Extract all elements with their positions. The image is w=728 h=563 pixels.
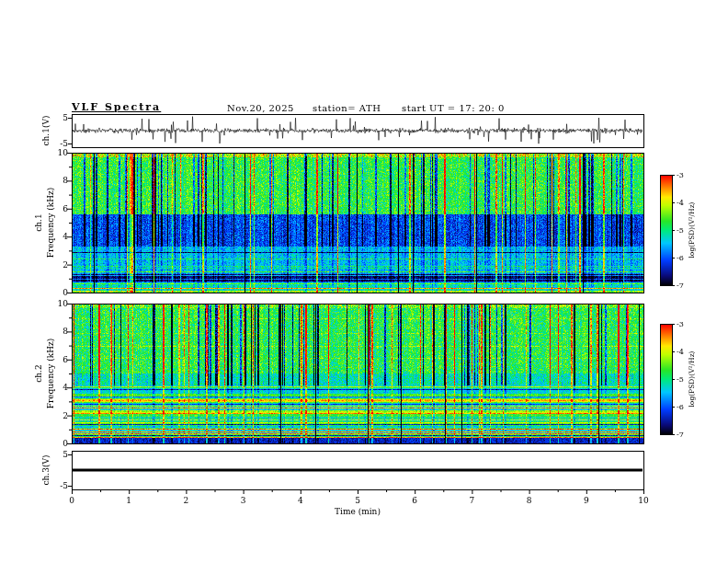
colorbar-tick-label: -4 [677, 199, 695, 207]
x-tick-label: 9 [577, 496, 596, 505]
ch1-waveform-canvas [73, 115, 643, 146]
spec1-y-tick-label: 8 [42, 176, 68, 185]
colorbar-tick-label: -3 [677, 171, 695, 179]
spec2-y-tick-label: 0 [42, 439, 68, 448]
spec2-y-tick-label: 10 [42, 299, 68, 308]
colorbar-tick-label: -7 [677, 282, 695, 290]
vlf-spectra-figure: VLF Spectra Nov.20, 2025 station= ATH st… [0, 0, 728, 563]
ch3-wave-ylabel: ch.3(V) [40, 415, 51, 525]
wave3-y-tick-label: -5 [42, 481, 68, 490]
ch3-waveform-canvas [73, 452, 643, 488]
x-tick-label: 7 [462, 496, 481, 505]
spec1-y-tick-label: 10 [42, 148, 68, 157]
x-tick-label: 5 [348, 496, 367, 505]
x-tick-label: 1 [119, 496, 138, 505]
station-label: station= ATH [313, 103, 381, 113]
spec1-y-tick-label: 4 [42, 232, 68, 241]
x-tick-label: 8 [520, 496, 539, 505]
spec2-y-tick-label: 6 [42, 355, 68, 364]
colorbar-ch1 [660, 175, 672, 285]
spec2-y-tick-label: 4 [42, 383, 68, 392]
spec2-y-tick-label: 8 [42, 327, 68, 336]
wave1-y-tick-label: 5 [42, 113, 68, 122]
colorbar-tick-label: -5 [677, 226, 695, 235]
x-axis-title: Time (min) [302, 507, 413, 516]
x-tick-label: 6 [405, 496, 424, 505]
date-label: Nov.20, 2025 [227, 103, 294, 113]
colorbar-tick-label: -4 [677, 348, 695, 356]
colorbar-tick-label: -5 [677, 375, 695, 384]
x-tick-label: 10 [634, 496, 653, 505]
colorbar-tick-label: -7 [677, 431, 695, 439]
ch1-spectrogram-canvas [72, 153, 643, 293]
spec1-y-tick-label: 2 [42, 260, 68, 270]
spec1-y-tick-label: 6 [42, 204, 68, 213]
spec2-y-tick-label: 2 [42, 411, 68, 420]
start-ut-label: start UT = 17: 20: 0 [402, 103, 505, 113]
spec1-y-tick-label: 0 [42, 288, 68, 297]
wave1-y-tick-label: -5 [42, 139, 68, 148]
x-tick-label: 0 [63, 496, 81, 505]
plot-title: VLF Spectra [72, 101, 161, 113]
colorbar-ch2 [660, 324, 672, 434]
x-tick-label: 3 [234, 496, 253, 505]
x-tick-label: 2 [176, 496, 195, 505]
colorbar-tick-label: -3 [677, 320, 695, 328]
colorbar-tick-label: -6 [677, 254, 695, 262]
wave3-y-tick-label: 5 [42, 450, 68, 459]
colorbar-tick-label: -6 [677, 403, 695, 411]
ch2-spectrogram-canvas [72, 304, 643, 443]
x-tick-label: 4 [291, 496, 310, 505]
